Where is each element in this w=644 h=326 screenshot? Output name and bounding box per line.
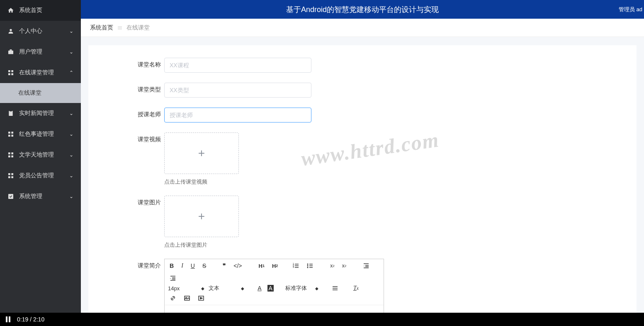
ordered-list-button[interactable]: 123 — [291, 262, 301, 270]
clear-format-button[interactable]: Tx — [352, 284, 360, 292]
plus-icon: + — [198, 210, 205, 223]
sidebar-subitem-label: 在线课堂 — [18, 89, 41, 97]
unordered-list-button[interactable] — [305, 262, 315, 270]
chevron-down-icon: ⌄ — [69, 49, 73, 55]
sidebar-item-home[interactable]: 系统首页 — [0, 0, 81, 21]
form-row-video: 课堂视频 + 点击上传课堂视频 — [130, 132, 595, 186]
form-row-teacher: 授课老师 — [130, 108, 595, 123]
svg-rect-18 — [8, 176, 10, 178]
label-name: 课堂名称 — [130, 58, 161, 69]
svg-point-31 — [307, 265, 309, 267]
subscript-button[interactable]: x2 — [328, 262, 336, 270]
svg-rect-13 — [11, 152, 13, 154]
chevron-up-icon: ⌃ — [69, 70, 73, 76]
image-button[interactable] — [182, 294, 192, 302]
align-button[interactable] — [330, 284, 340, 292]
check-icon — [7, 193, 14, 200]
indent-decrease-button[interactable] — [361, 262, 371, 270]
plus-icon: + — [198, 147, 205, 160]
svg-point-0 — [10, 29, 12, 31]
svg-rect-20 — [8, 194, 13, 199]
quote-button[interactable]: ❞ — [221, 262, 228, 270]
home-icon — [7, 7, 14, 14]
grid-icon — [7, 69, 14, 76]
sidebar-item-announcements[interactable]: 党员公告管理 ⌄ — [0, 165, 81, 186]
svg-rect-2 — [8, 70, 10, 72]
upload-image-box[interactable]: + — [164, 196, 239, 237]
breadcrumb-current: 在线课堂 — [126, 24, 150, 32]
editor-toolbar: B I U S ❞ </> H1 H2 — [165, 259, 384, 305]
svg-rect-8 — [8, 132, 10, 134]
form-card: 课堂名称 课堂类型 授课老师 — [88, 45, 637, 326]
sidebar-item-label: 在线课堂管理 — [19, 69, 54, 76]
strikethrough-button[interactable]: S — [201, 262, 208, 270]
text-type-select[interactable]: 文本◆ — [209, 284, 244, 292]
chevron-down-icon: ⌄ — [69, 152, 73, 158]
superscript-button[interactable]: x2 — [340, 262, 348, 270]
link-button[interactable] — [168, 294, 178, 302]
pause-button[interactable] — [6, 316, 10, 322]
text-color-button[interactable]: A — [256, 284, 263, 292]
input-class-name[interactable] — [164, 58, 311, 73]
sidebar-item-label: 党员公告管理 — [19, 172, 54, 179]
user-info[interactable]: 管理员 ad — [619, 6, 644, 13]
upload-video-hint: 点击上传课堂视频 — [164, 178, 239, 186]
h1-button[interactable]: H1 — [257, 262, 266, 270]
clipboard-icon — [7, 110, 14, 117]
bold-button[interactable]: B — [168, 262, 175, 270]
svg-rect-5 — [11, 73, 13, 75]
sidebar-item-profile[interactable]: 个人中心 ⌄ — [0, 21, 81, 42]
svg-rect-14 — [8, 155, 10, 157]
input-class-type[interactable] — [164, 83, 311, 98]
font-family-select[interactable]: 标准字体◆ — [285, 284, 318, 292]
chevron-down-icon: ⌄ — [69, 110, 73, 116]
content: 课堂名称 课堂类型 授课老师 — [81, 37, 644, 326]
breadcrumb-home[interactable]: 系统首页 — [90, 24, 113, 32]
svg-rect-4 — [8, 73, 10, 75]
underline-button[interactable]: U — [189, 262, 197, 270]
italic-button[interactable]: I — [180, 262, 185, 270]
sidebar-item-red-stories[interactable]: 红色事迹管理 ⌄ — [0, 124, 81, 145]
input-teacher[interactable] — [164, 108, 311, 123]
indent-increase-button[interactable] — [168, 274, 178, 282]
sidebar-item-classroom[interactable]: 在线课堂管理 ⌃ — [0, 62, 81, 83]
svg-rect-19 — [11, 176, 13, 178]
sidebar-subitem-online-class[interactable]: 在线课堂 — [0, 83, 81, 103]
svg-rect-17 — [11, 173, 13, 175]
form-row-type: 课堂类型 — [130, 83, 595, 98]
sidebar-item-label: 系统首页 — [19, 7, 42, 14]
code-button[interactable]: </> — [232, 262, 243, 270]
label-video: 课堂视频 — [130, 132, 161, 143]
font-size-select[interactable]: 14px◆ — [168, 285, 204, 292]
top-banner: 基于Android的智慧党建移动平台的设计与实现 管理员 ad — [81, 0, 644, 19]
sidebar-item-label: 文学天地管理 — [19, 151, 54, 159]
main-area: 基于Android的智慧党建移动平台的设计与实现 管理员 ad 系统首页 在线课… — [81, 0, 644, 326]
svg-rect-7 — [10, 110, 12, 112]
svg-rect-11 — [11, 135, 13, 137]
svg-rect-16 — [8, 173, 10, 175]
sidebar-item-users[interactable]: 用户管理 ⌄ — [0, 42, 81, 62]
highlight-button[interactable]: A — [267, 285, 274, 292]
chevron-down-icon: ⌄ — [69, 173, 73, 179]
h2-button[interactable]: H2 — [270, 262, 279, 270]
chevron-down-icon: ⌄ — [69, 28, 73, 34]
briefcase-icon — [7, 49, 14, 55]
sidebar-item-system[interactable]: 系统管理 ⌄ — [0, 186, 81, 207]
chevron-down-icon: ⌄ — [69, 194, 73, 199]
svg-point-32 — [307, 267, 309, 268]
svg-rect-6 — [9, 111, 12, 116]
grid-icon — [7, 172, 14, 179]
upload-video-box[interactable]: + — [164, 132, 239, 174]
svg-rect-12 — [8, 152, 10, 154]
sidebar-item-label: 系统管理 — [19, 193, 42, 200]
svg-rect-9 — [11, 132, 13, 134]
form-row-image: 课堂图片 + 点击上传课堂图片 — [130, 196, 595, 249]
sidebar-item-news[interactable]: 实时新闻管理 ⌄ — [0, 103, 81, 124]
label-intro: 课堂简介 — [130, 259, 161, 270]
sidebar: 系统首页 个人中心 ⌄ 用户管理 ⌄ 在线课堂管理 ⌃ 在线课堂 实时新闻管理 … — [0, 0, 81, 326]
sidebar-item-literature[interactable]: 文学天地管理 ⌄ — [0, 145, 81, 165]
page-title: 基于Android的智慧党建移动平台的设计与实现 — [286, 5, 439, 15]
svg-rect-15 — [11, 155, 13, 157]
video-button[interactable] — [196, 294, 206, 302]
label-teacher: 授课老师 — [130, 108, 161, 118]
